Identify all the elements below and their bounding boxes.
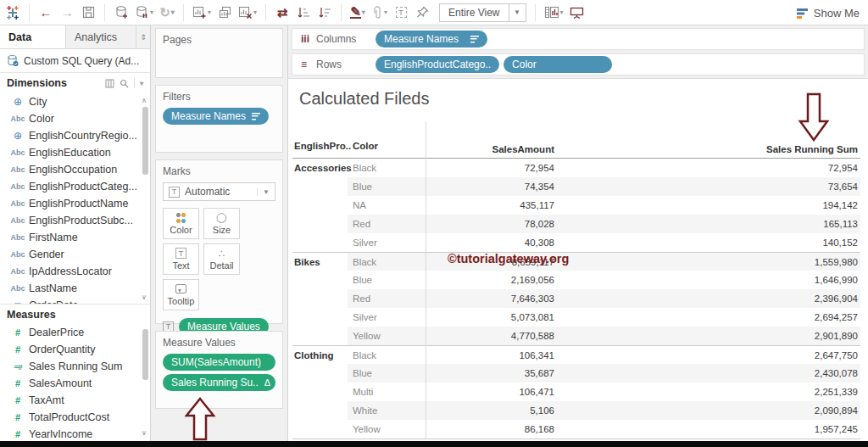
data-source-item[interactable]: Custom SQL Query (Ad...	[0, 49, 150, 73]
running-sum-cell[interactable]: 2,647,750	[559, 346, 860, 364]
sales-amount-cell[interactable]: 2,169,056	[421, 271, 559, 289]
mark-button[interactable]: Detail	[203, 243, 240, 275]
measure-item[interactable]: TotalProductCost	[0, 409, 150, 426]
category-cell[interactable]	[292, 177, 348, 196]
category-cell[interactable]	[292, 420, 348, 439]
dropdown-caret[interactable]: ▼	[257, 188, 270, 196]
refresh-icon[interactable]: ↻▾	[159, 3, 175, 22]
save-icon[interactable]	[81, 3, 96, 22]
dropdown-caret[interactable]: ▾	[208, 8, 211, 16]
redo-icon[interactable]: →	[59, 3, 75, 22]
fit-selector-caret[interactable]: ▼	[509, 4, 526, 21]
new-worksheet-icon[interactable]: ▾	[192, 3, 211, 22]
category-cell[interactable]	[292, 401, 348, 420]
dropdown-caret[interactable]: ▾	[150, 8, 153, 16]
measure-item[interactable]: OrderQuantity	[0, 341, 150, 358]
pause-auto-updates-icon[interactable]: ▾	[135, 3, 153, 22]
sales-amount-cell[interactable]: 106,341	[421, 346, 559, 364]
sales-amount-cell[interactable]: 106,471	[421, 383, 559, 401]
measure-item[interactable]: SalesAmount	[0, 375, 150, 392]
color-cell[interactable]: Black	[348, 159, 421, 177]
shelf-pill[interactable]: EnglishProductCatego..	[376, 56, 499, 73]
dimension-item[interactable]: Gender	[0, 246, 150, 263]
duplicate-sheet-icon[interactable]	[217, 3, 232, 22]
color-cell[interactable]: Red	[348, 289, 421, 308]
measure-item[interactable]: DealerPrice	[0, 324, 150, 341]
dimensions-scrollbar-thumb[interactable]	[142, 107, 148, 175]
column-header-color[interactable]: Color	[348, 137, 421, 158]
running-sum-cell[interactable]: 72,954	[559, 159, 860, 177]
dimension-item[interactable]: OrderDate	[0, 297, 150, 304]
running-sum-cell[interactable]: 2,694,257	[559, 308, 860, 327]
swap-rows-columns-icon[interactable]: ⇄	[275, 3, 290, 22]
measure-value-pill[interactable]: SUM(SalesAmount)	[163, 354, 275, 371]
column-header-category[interactable]: EnglishPro..	[292, 137, 348, 158]
running-sum-cell[interactable]: 1,559,980	[559, 253, 860, 271]
columns-shelf[interactable]: iii Columns Measure Names	[292, 28, 865, 50]
running-sum-cell[interactable]: 73,654	[559, 177, 860, 196]
color-cell[interactable]: Black	[348, 346, 421, 364]
color-cell[interactable]: NA	[348, 196, 421, 215]
running-sum-cell[interactable]: 2,901,890	[559, 327, 860, 345]
scroll-up-arrow[interactable]: ∧	[139, 97, 149, 104]
sales-amount-cell[interactable]: 7,646,303	[421, 289, 559, 308]
color-cell[interactable]: Black	[348, 253, 421, 271]
sales-amount-cell[interactable]: 72,954	[421, 159, 559, 177]
dimension-item[interactable]: EnglishProductName	[0, 195, 150, 212]
color-cell[interactable]: White	[348, 401, 421, 420]
measures-scrollbar-thumb[interactable]	[142, 329, 148, 380]
color-cell[interactable]: Multi	[348, 383, 421, 401]
mark-button[interactable]: Tooltip	[163, 279, 199, 310]
sales-amount-cell[interactable]: 40,308	[421, 233, 559, 252]
mark-button[interactable]: Color	[163, 208, 199, 239]
category-cell[interactable]: Bikes	[292, 253, 348, 271]
highlight-icon[interactable]: ✎ ▾	[350, 3, 365, 22]
dimension-item[interactable]: EnglishEducation	[0, 144, 150, 161]
text-object-icon[interactable]: T	[393, 3, 409, 22]
shelf-pill[interactable]: Measure Names	[376, 31, 487, 47]
sort-ascending-icon[interactable]	[296, 3, 311, 22]
measure-item[interactable]: YearlyIncome	[0, 426, 150, 438]
search-icon[interactable]	[120, 79, 129, 88]
sales-amount-cell[interactable]: 74,354	[421, 177, 559, 196]
running-sum-cell[interactable]: 1,646,990	[559, 271, 860, 289]
tab-analytics[interactable]: Analytics	[66, 25, 136, 48]
measure-item[interactable]: Sales Running Sum	[0, 358, 150, 375]
running-sum-cell[interactable]: 194,142	[559, 196, 860, 215]
dropdown-caret[interactable]: ▾	[384, 8, 387, 16]
measure-value-pill[interactable]: Sales Running Su.. Δ	[163, 374, 275, 391]
dimension-item[interactable]: EnglishProductCateg...	[0, 178, 150, 195]
category-cell[interactable]	[292, 233, 348, 252]
category-cell[interactable]	[292, 215, 348, 233]
mark-button[interactable]: Size	[203, 208, 240, 239]
running-sum-cell[interactable]: 2,396,904	[559, 289, 860, 308]
filters-card[interactable]: Filters Measure Names	[155, 85, 283, 153]
category-cell[interactable]	[292, 196, 348, 215]
category-cell[interactable]	[292, 271, 348, 289]
running-sum-cell[interactable]: 165,113	[559, 215, 860, 233]
dimension-item[interactable]: EnglishCountryRegio...	[0, 127, 150, 144]
paperclip-icon[interactable]: ▾	[371, 3, 387, 22]
dimension-item[interactable]: FirstName	[0, 229, 150, 246]
dimension-item[interactable]: IpAddressLocator	[0, 263, 150, 280]
pin-icon[interactable]	[415, 3, 430, 22]
category-cell[interactable]	[292, 383, 348, 401]
sales-amount-cell[interactable]: 86,168	[421, 420, 559, 439]
scroll-down-arrow[interactable]: ∨	[139, 293, 149, 301]
category-cell[interactable]	[292, 289, 348, 308]
dimension-item[interactable]: City	[0, 93, 150, 110]
rows-shelf[interactable]: ≡ Rows EnglishProductCatego.. Color	[292, 53, 865, 75]
show-mark-labels-icon[interactable]: ▾	[544, 3, 564, 22]
color-cell[interactable]: Blue	[348, 271, 421, 289]
mark-button[interactable]: Text	[163, 243, 199, 275]
running-sum-cell[interactable]: 1,957,245	[559, 420, 860, 439]
running-sum-cell[interactable]: 2,090,894	[559, 401, 860, 420]
show-me-button[interactable]: Show Me	[797, 0, 860, 25]
color-cell[interactable]: Yellow	[348, 327, 421, 345]
shelf-pill[interactable]: Color	[504, 56, 612, 73]
filter-pill-measure-names[interactable]: Measure Names	[163, 108, 269, 125]
fit-selector[interactable]: Entire View ▼	[439, 3, 526, 22]
sales-amount-cell[interactable]: 5,106	[421, 401, 559, 420]
category-cell[interactable]: Accessories	[292, 159, 348, 177]
sales-amount-cell[interactable]: 4,770,588	[421, 327, 559, 345]
